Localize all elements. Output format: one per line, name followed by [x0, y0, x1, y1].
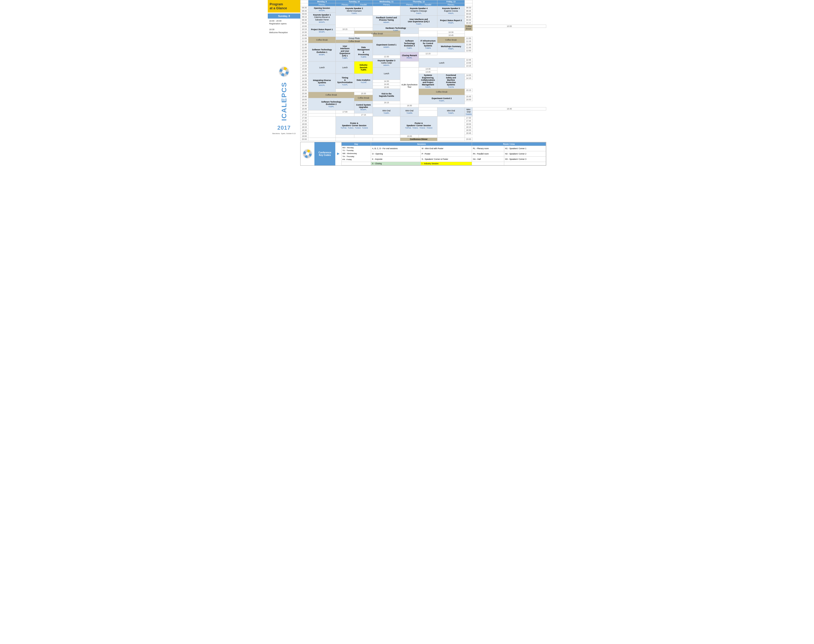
- time-1215: 12:15: [300, 52, 308, 55]
- time-1315: 13:15: [300, 64, 308, 67]
- mini-oral-tue-pa: Mini-OralTUMPA: [400, 107, 419, 117]
- workshops-summary: Workshops SummaryFRBPL: [437, 43, 465, 52]
- mini-oral-tue-pl: Mini-OralTUMPL: [373, 107, 400, 117]
- mon-1730: [308, 117, 336, 138]
- logo-icalepcs: ICALEPCS: [281, 82, 288, 121]
- mini-oral-thu-pl: Mini-OralTHMPL: [437, 107, 465, 117]
- kc-sessions-header: Sessions: [371, 142, 472, 146]
- kc-room-header: Room / Area: [472, 142, 546, 146]
- time-header-left: [300, 0, 308, 3]
- wed-coffee1: Coffee Break: [465, 25, 473, 31]
- kc-room-pa: PA - Parallel room: [472, 151, 504, 156]
- time-0845-r: 08:45: [465, 9, 473, 12]
- time-1130-r: 11:30: [465, 43, 473, 46]
- time-1745-r: 17:45: [465, 120, 473, 123]
- ui-ux1: UserInterfacesand UserExperience(UX) 1TU…: [336, 43, 354, 61]
- time-1500-r: 15:00: [373, 86, 400, 89]
- time-1800: 18:00: [300, 123, 308, 126]
- kc-room-ha: HA - Hall: [472, 156, 504, 162]
- time-1630: 16:30: [300, 104, 308, 107]
- exp-ctrl1: Experiment Control 1WEBPL: [373, 37, 400, 55]
- kc-session-k: K - Keynote: [371, 156, 421, 162]
- kc-session-abcd: A, B, C, D - For oral sessions: [371, 146, 421, 151]
- time-1815: 18:15: [300, 126, 308, 129]
- wed-1700: [308, 110, 336, 113]
- fri-1030: [419, 31, 437, 37]
- kc-room-h3: H3 - Speakers' Corner 3: [504, 156, 546, 162]
- time-1715: 17:15: [300, 113, 308, 116]
- tue-1515: [336, 89, 373, 92]
- time-1615-r: 16:15: [373, 101, 400, 104]
- tue-1045: [336, 34, 373, 37]
- time-1700-r: 17:00: [336, 110, 354, 113]
- sidebar: Program at a Glance Sunday, 8 16:00 - 20…: [268, 0, 300, 166]
- feedback-control: Feedback Control andProcess TuningWEAPL: [373, 15, 400, 25]
- tue-0915-empty: [336, 15, 373, 28]
- thu-coffee2: Coffee Break: [419, 89, 465, 95]
- time-1115: 11:15: [300, 40, 308, 43]
- fri-1300: [400, 61, 419, 67]
- conference-dinner: Conference Dinner: [400, 138, 437, 141]
- sw-tech2: Software TechnologyEvolution 2TUDPL: [308, 98, 354, 110]
- track-tuesday-parallel: Parallel: [354, 3, 373, 6]
- time-1230-r: 12:30: [373, 55, 400, 58]
- keycodes-logo-icon: [302, 149, 313, 159]
- time-1745: 17:45: [300, 120, 308, 123]
- kc-session-p: P - Poster: [421, 151, 472, 156]
- data-mgmt: DataManagement&ProcessingTUBPA: [354, 43, 373, 61]
- time-0830-r: 08:30: [465, 6, 473, 9]
- time-1830-r: 18:30: [465, 129, 473, 132]
- tue-2000: [336, 138, 373, 141]
- sw-tech1: Software TechnologyEvolution 1MOBPL: [308, 43, 336, 61]
- keycodes-table: Day Sessions Room / Area MO - MondayTU -…: [341, 142, 546, 166]
- visit-sagrada: Visit to theSagrada Familia: [373, 89, 400, 101]
- schedule-table: Monday, 9 Tuesday, 10 Wednesday, 11 Thur…: [300, 0, 546, 141]
- ctrl-upgrades: Control System UpgradesMODPL: [354, 101, 373, 113]
- time-1000: 10:00: [300, 25, 308, 28]
- track-monday-plenary: Plenary: [308, 3, 336, 6]
- time-1730-r: 17:30: [465, 117, 473, 120]
- closing-remark: Closing RemarkFRXPL: [400, 52, 419, 61]
- main-content: Monday, 9 Tuesday, 10 Wednesday, 11 Thur…: [300, 0, 546, 166]
- sunday-info: 16:00 - 20:00 Registration opens 18:30 W…: [268, 18, 300, 35]
- time-1530: 15:30: [300, 92, 308, 95]
- time-1515: 15:15: [300, 89, 308, 92]
- thu-1900: [354, 135, 400, 138]
- time-1415: 14:15: [300, 77, 308, 80]
- time-1645: 16:45: [300, 107, 308, 110]
- time-1430-r: 14:30: [373, 80, 400, 83]
- fri-1730: [437, 117, 465, 138]
- wed-1630: [373, 104, 400, 107]
- time-1230: 12:30: [300, 55, 308, 58]
- program-header: Program at a Glance: [268, 0, 300, 12]
- kc-empty2: [472, 162, 504, 165]
- wed-1730: [373, 117, 400, 135]
- time-1730: 17:30: [300, 117, 308, 120]
- day-thursday: Thursday, 12: [400, 0, 437, 3]
- icalepcs-logo-icon: [279, 66, 290, 77]
- mon-lunch: Lunch: [308, 61, 336, 74]
- fri-1715: [336, 113, 354, 116]
- kc-session-i: I - Industry Session: [421, 162, 472, 165]
- kc-session-o: O - Opening: [371, 151, 421, 156]
- psr2: Project Status Report 2FRAPL: [437, 15, 465, 28]
- time-1345-r: 13:45: [419, 71, 437, 74]
- kc-session-s: S - Speakers' Corner & Poster: [421, 156, 472, 162]
- track-spacer-left: [300, 3, 308, 6]
- time-1700: 17:00: [300, 110, 308, 113]
- time-1300-r: 13:00: [465, 61, 473, 64]
- time-1800-r: 18:00: [465, 123, 473, 126]
- func-safety: FunctionalSafety andMachineProtectionSys…: [437, 74, 465, 89]
- ks3: Keynote Speaker 3Carles GelpíWEKPL: [373, 58, 400, 67]
- time-1100: 11:00: [300, 37, 308, 40]
- day-friday: Friday, 13: [437, 0, 465, 3]
- time-1045: 10:45: [300, 34, 308, 37]
- time-2000-r: 20:00: [465, 138, 473, 141]
- time-0900-r: 09:00: [465, 12, 473, 15]
- time-2000: 20:00: [300, 138, 308, 141]
- kc-empty3: [504, 162, 546, 165]
- mon-coffee2: Coffee Break: [354, 95, 373, 101]
- time-1415-r: 14:15: [465, 77, 473, 80]
- mon-coffee1: Coffee Break: [308, 37, 336, 43]
- time-1645-r: 16:45: [473, 107, 546, 110]
